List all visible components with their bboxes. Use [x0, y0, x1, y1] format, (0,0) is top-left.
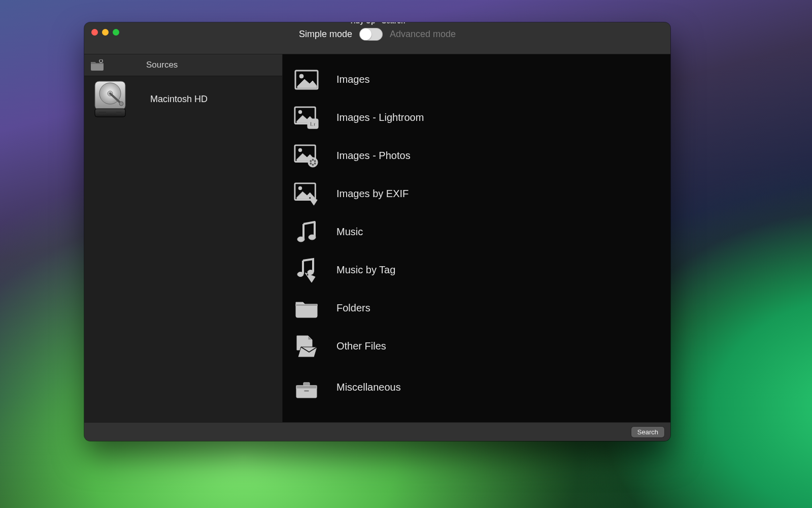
category-label: Images — [336, 74, 370, 85]
category-label: Music by Tag — [336, 264, 395, 276]
category-label: Music — [336, 226, 363, 238]
other-files-icon — [294, 334, 319, 359]
image-exif-icon — [294, 181, 319, 207]
svg-point-13 — [299, 74, 303, 78]
category-label: Images - Photos — [336, 150, 411, 162]
category-folders[interactable]: Folders — [283, 289, 670, 327]
category-miscellaneous[interactable]: Miscellaneous — [283, 365, 670, 403]
mode-toggle[interactable] — [359, 28, 383, 41]
svg-rect-10 — [99, 112, 106, 114]
category-images[interactable]: Images — [283, 60, 670, 99]
sidebar-header[interactable]: Sources — [84, 54, 282, 76]
sidebar-header-label: Sources — [146, 60, 178, 70]
close-button[interactable] — [91, 29, 98, 36]
svg-point-25 — [310, 162, 312, 165]
misc-icon — [294, 377, 319, 402]
svg-rect-35 — [296, 304, 317, 306]
svg-point-15 — [298, 110, 302, 114]
svg-point-33 — [308, 270, 314, 274]
image-lightroom-icon: Lr — [294, 105, 319, 131]
category-list: Images Lr Images - Lightroom Images - Ph… — [283, 54, 670, 422]
category-images-lightroom[interactable]: Lr Images - Lightroom — [283, 99, 670, 137]
category-label: Folders — [336, 302, 370, 314]
svg-point-34 — [307, 274, 309, 276]
sidebar-item-macintosh-hd[interactable]: Macintosh HD — [84, 76, 282, 122]
app-window: Tidy Up - Search Simple mode Advanced mo… — [84, 22, 670, 441]
window-title: Tidy Up - Search — [349, 22, 405, 25]
minimize-button[interactable] — [102, 29, 109, 36]
category-label: Images by EXIF — [336, 188, 409, 200]
svg-rect-38 — [303, 383, 310, 386]
drive-label: Macintosh HD — [150, 94, 208, 105]
svg-text:Lr: Lr — [310, 121, 316, 127]
music-tag-icon — [294, 258, 319, 283]
svg-point-32 — [297, 272, 303, 276]
svg-point-26 — [310, 160, 312, 162]
category-images-exif[interactable]: Images by EXIF — [283, 175, 670, 213]
window-body: Sources — [84, 54, 670, 422]
simple-mode-label: Simple mode — [299, 29, 352, 40]
svg-point-19 — [298, 148, 302, 152]
zoom-button[interactable] — [113, 29, 119, 36]
footer: Search — [84, 422, 670, 441]
svg-point-22 — [314, 160, 316, 162]
traffic-lights — [91, 29, 119, 36]
category-images-photos[interactable]: Images - Photos — [283, 137, 670, 175]
image-icon — [294, 67, 319, 92]
category-music[interactable]: Music — [283, 213, 670, 251]
category-panel: Images Lr Images - Lightroom Images - Ph… — [283, 54, 670, 422]
sidebar: Sources — [84, 54, 283, 422]
category-label: Other Files — [336, 340, 386, 352]
category-label: Images - Lightroom — [336, 112, 424, 123]
folder-gear-icon — [90, 59, 105, 71]
image-photos-icon — [294, 143, 319, 169]
svg-point-31 — [309, 235, 316, 240]
advanced-mode-label: Advanced mode — [390, 29, 456, 40]
mode-toggle-row: Simple mode Advanced mode — [299, 28, 456, 41]
svg-point-29 — [309, 197, 311, 199]
svg-rect-11 — [116, 112, 121, 114]
folder-icon — [294, 296, 319, 321]
music-icon — [294, 219, 319, 245]
hard-drive-icon — [90, 79, 130, 119]
titlebar: Tidy Up - Search Simple mode Advanced mo… — [84, 22, 670, 54]
category-label: Miscellaneous — [336, 382, 401, 393]
svg-rect-37 — [296, 386, 317, 389]
desktop-background: Tidy Up - Search Simple mode Advanced mo… — [0, 0, 812, 508]
category-other-files[interactable]: Other Files — [283, 327, 670, 365]
svg-rect-39 — [304, 390, 309, 392]
search-button[interactable]: Search — [631, 427, 664, 437]
svg-point-28 — [298, 186, 302, 190]
svg-point-30 — [297, 237, 304, 242]
category-music-tag[interactable]: Music by Tag — [283, 251, 670, 289]
svg-point-8 — [119, 102, 123, 106]
